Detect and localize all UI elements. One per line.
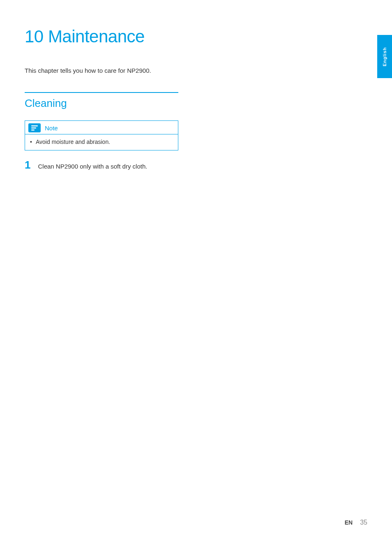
chapter-title: 10 Maintenance [25,27,173,46]
svg-rect-0 [31,125,38,127]
note-callout: Note Avoid moisture and abrasion. [25,120,178,150]
footer-language: EN [345,519,353,526]
chapter-intro: This chapter tells you how to care for N… [25,66,173,75]
note-item: Avoid moisture and abrasion. [30,139,173,145]
step-number: 1 [25,160,30,170]
note-icon [28,123,41,132]
language-tab-label: English [382,47,387,66]
svg-rect-1 [31,127,36,129]
section-heading-cleaning: Cleaning [25,97,173,110]
page-footer: EN 35 [345,519,367,526]
footer-page-number: 35 [360,519,367,526]
note-label: Note [45,125,58,132]
language-side-tab: English [377,35,392,78]
note-header: Note [25,121,178,134]
section-divider [25,92,178,93]
svg-rect-2 [31,130,35,131]
page-content: 10 Maintenance This chapter tells you ho… [0,0,197,171]
step-text: Clean NP2900 only with a soft dry cloth. [38,162,147,171]
note-body: Avoid moisture and abrasion. [25,134,178,150]
step-row: 1 Clean NP2900 only with a soft dry clot… [25,160,173,171]
